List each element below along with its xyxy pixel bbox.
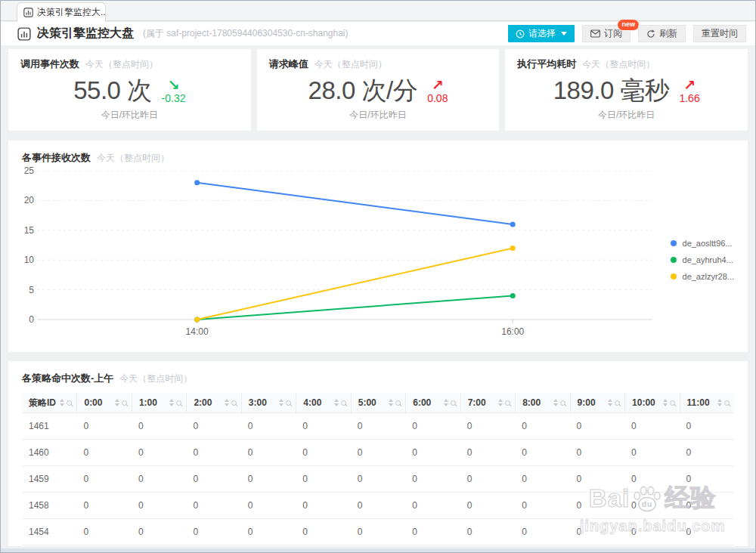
column-header-8[interactable]: 7:00 <box>460 393 515 412</box>
tab-strip: 决策引擎监控大... <box>1 1 755 21</box>
table-cell: 0 <box>241 474 296 484</box>
search-icon[interactable] <box>231 400 237 406</box>
table-title: 各策略命中次数-上午 <box>22 372 113 385</box>
column-header-9[interactable]: 8:00 <box>515 393 569 412</box>
chart-title: 各事件接收次数 <box>22 151 91 165</box>
envelope-icon <box>590 29 600 38</box>
sort-icon[interactable] <box>334 399 339 406</box>
tab-dashboard[interactable]: 决策引擎监控大... <box>17 2 106 22</box>
column-header-icons <box>553 399 565 406</box>
search-icon[interactable] <box>341 400 346 406</box>
reset-time-button[interactable]: 重置时间 <box>693 25 746 42</box>
table-cell: 0 <box>460 421 515 431</box>
refresh-label: 刷新 <box>659 27 677 40</box>
x-axis-tick-label: 14:00 <box>178 326 216 337</box>
column-header-label: 1:00 <box>139 397 157 408</box>
sort-icon[interactable] <box>60 399 64 406</box>
column-header-2[interactable]: 1:00 <box>132 393 186 412</box>
metric-value: 28.0 次/分 <box>308 78 418 104</box>
table-cell: 0 <box>132 500 186 511</box>
search-icon[interactable] <box>395 400 401 406</box>
column-header-12[interactable]: 11:00 <box>680 393 734 412</box>
sort-icon[interactable] <box>608 399 612 406</box>
column-header-4[interactable]: 3:00 <box>241 393 296 412</box>
column-header-label: 6:00 <box>413 397 431 408</box>
search-icon[interactable] <box>505 400 510 406</box>
table-cell: 0 <box>241 500 296 511</box>
legend-item[interactable]: de_aosltt96... <box>671 235 734 252</box>
table-cell: 0 <box>132 447 186 458</box>
card-subtitle: 今天（整点时间） <box>85 58 158 71</box>
table-cell: 0 <box>132 421 186 431</box>
page-subtitle: (属于 saf-project-1780594406304530-cn-shan… <box>143 27 349 40</box>
table-cell: 0 <box>241 447 296 458</box>
table-cell: 0 <box>624 527 679 537</box>
column-header-6[interactable]: 5:00 <box>351 393 405 412</box>
column-header-3[interactable]: 2:00 <box>186 393 240 412</box>
legend-item[interactable]: de_azlzyr28... <box>671 268 734 285</box>
legend-label: de_aosltt96... <box>683 239 733 248</box>
table-row: 1454000000000000 <box>22 519 734 545</box>
table-cell: 0 <box>405 421 460 431</box>
table-cell: 0 <box>351 527 405 537</box>
subscribe-button[interactable]: 订阅 new <box>582 25 631 42</box>
table-cell: 0 <box>680 447 734 458</box>
sort-icon[interactable] <box>279 399 284 406</box>
search-icon[interactable] <box>286 400 291 406</box>
column-header-11[interactable]: 10:00 <box>624 393 679 412</box>
table-cell: 0 <box>515 474 569 484</box>
table-cell: 0 <box>624 421 679 431</box>
sort-icon[interactable] <box>553 399 558 406</box>
trend-arrow-icon: ↗ <box>683 78 696 92</box>
table-cell: 0 <box>570 527 624 537</box>
search-icon[interactable] <box>615 400 620 406</box>
column-header-label: 4:00 <box>303 397 321 408</box>
table-cell: 0 <box>680 421 734 431</box>
sort-icon[interactable] <box>225 399 229 406</box>
sort-icon[interactable] <box>389 399 393 406</box>
column-header-label: 11:00 <box>687 397 710 408</box>
table-cell: 0 <box>351 500 405 511</box>
column-header-icons <box>225 399 237 406</box>
time-select-button[interactable]: 请选择 <box>508 25 575 42</box>
search-icon[interactable] <box>670 400 675 406</box>
sort-icon[interactable] <box>115 399 119 406</box>
table-cell: 0 <box>460 447 515 458</box>
tab-title: 决策引擎监控大... <box>37 6 106 19</box>
search-icon[interactable] <box>560 400 565 406</box>
legend-item[interactable]: de_ayhruh4... <box>671 252 734 268</box>
column-header-7[interactable]: 6:00 <box>405 393 460 412</box>
refresh-icon <box>646 29 655 39</box>
table-cell: 0 <box>296 421 350 431</box>
sort-icon[interactable] <box>663 399 668 406</box>
refresh-button[interactable]: 刷新 <box>638 25 686 42</box>
toolbar: 请选择 订阅 new 刷新 重置时间 <box>508 25 746 42</box>
search-icon[interactable] <box>451 400 456 406</box>
table-cell: 0 <box>186 421 240 431</box>
legend-dot-icon <box>671 273 677 280</box>
sort-icon[interactable] <box>498 399 503 406</box>
line-chart-panel: 各事件接收次数 今天（整点时间） 0510152025 14:0016:00 d… <box>8 141 748 352</box>
column-header-icons <box>389 399 401 406</box>
chevron-down-icon <box>561 32 567 36</box>
y-axis-tick-label: 0 <box>13 314 34 325</box>
sort-icon[interactable] <box>717 399 722 406</box>
card-title: 执行平均耗时 <box>517 57 576 71</box>
search-icon[interactable] <box>176 400 181 406</box>
table-cell: 0 <box>460 527 515 537</box>
column-header-0[interactable]: 策略ID <box>22 393 76 412</box>
table-cell: 0 <box>515 527 569 537</box>
search-icon[interactable] <box>122 400 127 406</box>
table-cell: 1459 <box>22 474 76 484</box>
search-icon[interactable] <box>724 400 730 406</box>
sort-icon[interactable] <box>444 399 448 406</box>
table-cell: 0 <box>241 421 296 431</box>
column-header-5[interactable]: 4:00 <box>296 393 350 412</box>
clock-icon <box>516 29 525 39</box>
column-header-1[interactable]: 0:00 <box>76 393 131 412</box>
search-icon[interactable] <box>67 400 72 406</box>
table-cell: 0 <box>570 421 624 431</box>
column-header-icons <box>115 399 127 406</box>
column-header-10[interactable]: 9:00 <box>570 393 624 412</box>
sort-icon[interactable] <box>169 399 174 406</box>
